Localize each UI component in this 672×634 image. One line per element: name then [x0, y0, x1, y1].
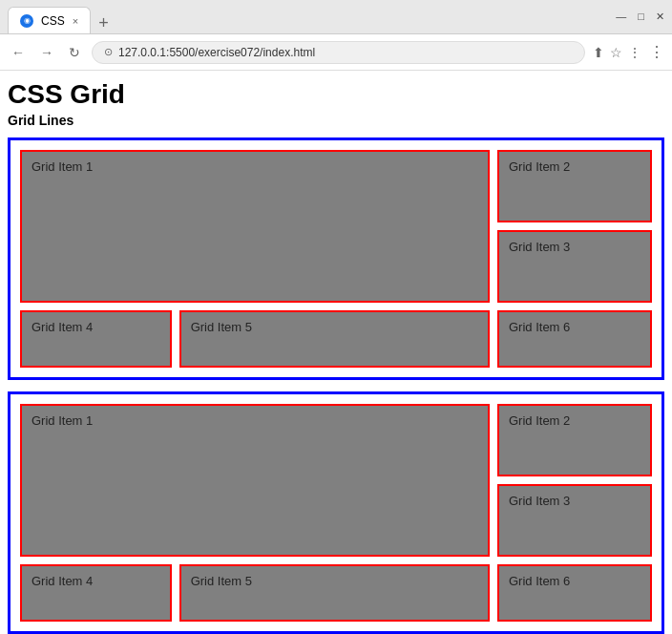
grid1-item5: Grid Item 5 [179, 310, 490, 368]
grid2-col2: Grid Item 2 Grid Item 3 [494, 400, 656, 560]
back-button[interactable]: ← [8, 43, 29, 62]
title-bar: ◉ CSS × + — □ ✕ [0, 0, 672, 34]
minimize-button[interactable]: — [616, 11, 626, 23]
grid1-item4: Grid Item 4 [20, 310, 172, 368]
tab-label: CSS [41, 14, 65, 28]
tab-favicon: ◉ [20, 14, 33, 28]
grid2-item5: Grid Item 5 [179, 564, 490, 622]
bookmark-icon[interactable]: ☆ [610, 45, 622, 60]
maximize-button[interactable]: □ [638, 11, 644, 23]
browser-menu-button[interactable]: ⋮ [649, 43, 664, 61]
url-lock-icon: ⊙ [104, 46, 113, 58]
address-bar: ← → ↻ ⊙ 127.0.0.1:5500/exercise072/index… [0, 34, 672, 71]
grid2-item4: Grid Item 4 [20, 564, 172, 622]
tab-close-button[interactable]: × [73, 15, 78, 27]
grid1-item6: Grid Item 6 [497, 310, 652, 368]
window-controls: — □ ✕ [616, 11, 664, 23]
tab-area: ◉ CSS × + [8, 0, 115, 33]
share-icon[interactable]: ⬆ [593, 45, 604, 60]
close-button[interactable]: ✕ [656, 11, 664, 23]
grid1-bottom-row: Grid Item 4 Grid Item 5 Grid Item 6 [16, 306, 656, 371]
browser-window: ◉ CSS × + — □ ✕ ← → ↻ ⊙ 127.0.0.1:5500/e… [0, 0, 672, 634]
url-bar[interactable]: ⊙ 127.0.0.1:5500/exercise072/index.html [92, 41, 585, 64]
page-subtitle: Grid Lines [8, 113, 664, 128]
grid2-bottom-row: Grid Item 4 Grid Item 5 Grid Item 6 [16, 560, 656, 625]
forward-button[interactable]: → [36, 43, 57, 62]
address-actions: ⬆ ☆ ⋮ [593, 45, 641, 60]
grid-1: Grid Item 1 Grid Item 2 Grid Item 3 Grid… [8, 137, 664, 380]
grid1-item1: Grid Item 1 [20, 150, 490, 303]
reload-button[interactable]: ↻ [65, 43, 84, 62]
grid1-col2: Grid Item 2 Grid Item 3 [494, 146, 656, 306]
grid2-item1: Grid Item 1 [20, 404, 490, 557]
new-tab-button[interactable]: + [93, 13, 115, 33]
grid1-item3: Grid Item 3 [497, 230, 652, 303]
more-icon[interactable]: ⋮ [628, 45, 641, 60]
grid-2: Grid Item 1 Grid Item 2 Grid Item 3 Grid… [8, 391, 664, 634]
grid2-item2: Grid Item 2 [497, 404, 652, 476]
grid1-item2: Grid Item 2 [497, 150, 652, 222]
grid2-item6: Grid Item 6 [497, 564, 652, 622]
page-title: CSS Grid [8, 78, 664, 111]
url-text: 127.0.0.1:5500/exercise072/index.html [118, 46, 315, 59]
page-content: CSS Grid Grid Lines Grid Item 1 Grid Ite… [0, 71, 672, 634]
grid2-item3: Grid Item 3 [497, 484, 652, 557]
active-tab[interactable]: ◉ CSS × [8, 7, 91, 33]
